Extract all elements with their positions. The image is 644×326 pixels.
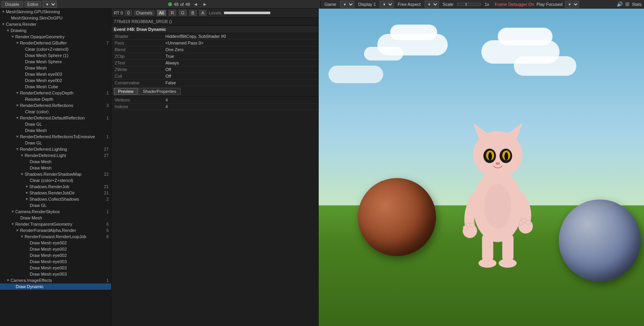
- tree-item[interactable]: Draw GL: [0, 140, 111, 146]
- svg-point-23: [526, 220, 530, 224]
- channel-a-btn[interactable]: A: [199, 10, 206, 16]
- tree-item-label: RenderDeferred.GBuffer: [20, 41, 67, 45]
- tree-item[interactable]: MeshSkinning.SkinOnGPU: [0, 15, 111, 21]
- tree-item[interactable]: ▼Shadows.CollectShadows2: [0, 196, 111, 202]
- tree-item[interactable]: ▼Camera.Render: [0, 21, 111, 27]
- tree-item[interactable]: ▼Render.OpaqueGeometry: [0, 34, 111, 40]
- prev-arrow[interactable]: ◄: [192, 2, 199, 7]
- tree-item[interactable]: ▼RenderForwardAlpha.Render6: [0, 227, 111, 233]
- tree-item[interactable]: ▼Render.TransparentGeometry6: [0, 221, 111, 227]
- tree-item-label: Draw Mesh eye002: [30, 253, 67, 258]
- tree-item[interactable]: Draw GL: [0, 202, 111, 208]
- tree-item[interactable]: Draw Mesh eye003: [0, 258, 111, 265]
- tree-item-label: Draw Mesh eye002: [30, 247, 67, 251]
- vertices-label: Vertices: [111, 97, 162, 103]
- cloud-7: [328, 66, 383, 83]
- volume-icon[interactable]: 🔊: [617, 1, 623, 7]
- tree-item[interactable]: ▼RenderDeferred.ReflectionsToEmissive1: [0, 134, 111, 140]
- tree-item[interactable]: Draw Mesh: [0, 127, 111, 134]
- tree-item[interactable]: Draw Dynamic: [0, 283, 111, 290]
- prop-row: ZClipTrue: [111, 53, 318, 60]
- disable-button[interactable]: Disable: [2, 1, 23, 7]
- tree-item[interactable]: Draw Mesh: [0, 159, 111, 165]
- next-arrow[interactable]: ►: [201, 2, 209, 7]
- levels-fill: [224, 12, 270, 14]
- tree-item[interactable]: ▼RenderDeferred.DefaultReflection1: [0, 115, 111, 121]
- triangle-icon: ▼: [20, 172, 24, 176]
- tree-item[interactable]: Draw Mesh Sphere: [0, 59, 111, 65]
- tree-item[interactable]: ▼RenderDeferred.Light27: [0, 152, 111, 159]
- channel-r-btn[interactable]: R: [169, 10, 176, 16]
- levels-label: Levels: [209, 11, 221, 15]
- triangle-icon: ▼: [25, 197, 29, 201]
- tree-item[interactable]: Draw Mesh: [0, 165, 111, 171]
- vert-table: Vertices 4 Indices 4: [111, 97, 318, 110]
- stats-label[interactable]: Stats: [632, 2, 642, 7]
- tree-item[interactable]: ▼Camera.ImageEffects1: [0, 277, 111, 283]
- tree-item[interactable]: ▼RenderDeferred.Lighting27: [0, 146, 111, 152]
- tree-item[interactable]: Draw Mesh eye003: [0, 265, 111, 271]
- tree-item-label: Camera.Render: [6, 22, 36, 27]
- prop-key: ZTest: [111, 60, 162, 66]
- scale-label: Scale: [441, 2, 455, 7]
- tree-item[interactable]: ▼RenderDeferred.CopyDepth1: [0, 90, 111, 96]
- tree-item[interactable]: Clear (color+Z+stencil): [0, 177, 111, 183]
- display-dropdown[interactable]: ▾: [380, 1, 394, 8]
- tab-preview-btn[interactable]: Preview: [114, 88, 138, 95]
- tree-item-label: Draw Mesh eye003: [30, 272, 67, 276]
- triangle-icon: ▼: [2, 22, 5, 26]
- count-badge: 2: [106, 197, 111, 201]
- triangle-icon: ▼: [25, 191, 29, 195]
- triangle-icon: ▼: [16, 91, 19, 95]
- channels-button[interactable]: Channels: [134, 11, 154, 16]
- tree-item[interactable]: Draw Mesh Cube: [0, 84, 111, 90]
- tree-item[interactable]: ▼RenderDeferred.Reflections3: [0, 102, 111, 109]
- tree-item[interactable]: ▼MeshSkinning.GPUSkinning: [0, 9, 111, 15]
- triangle-icon: ▼: [11, 35, 14, 39]
- tree-item-label: Draw Mesh Sphere: [25, 59, 62, 64]
- tree-item[interactable]: ▼Shadows.RenderShadowMap22: [0, 171, 111, 177]
- channel-b-btn[interactable]: B: [189, 10, 197, 16]
- editor-dropdown[interactable]: ▾: [43, 1, 57, 8]
- tree-item[interactable]: ▼RenderForward.RenderLoopJob6: [0, 233, 111, 240]
- triangle-icon: ▼: [16, 116, 19, 120]
- svg-point-15: [499, 258, 517, 267]
- tree-item-label: Draw Mesh eye002: [25, 78, 62, 83]
- tree-item[interactable]: ▼RenderDeferred.GBuffer7: [0, 40, 111, 46]
- prop-table: ShaderHidden/BlitCopy, SubShader #0Pass<…: [111, 33, 318, 86]
- tree-item[interactable]: ▼Drawing: [0, 27, 111, 34]
- count-badge: 1: [106, 116, 111, 120]
- channel-g-btn[interactable]: G: [179, 10, 187, 16]
- maximize-icon[interactable]: ⊞: [625, 1, 630, 7]
- tree-item[interactable]: Draw Mesh eye003: [0, 271, 111, 277]
- prop-row: CullOff: [111, 73, 318, 80]
- game-dropdown[interactable]: ▾: [340, 1, 354, 8]
- tree-item[interactable]: Draw Mesh: [0, 65, 111, 71]
- tree-item[interactable]: Resolve Depth: [0, 96, 111, 102]
- tree-item-label: Camera.RenderSkybox: [15, 209, 60, 214]
- tab-shader-props-btn[interactable]: ShaderProperties: [138, 88, 181, 95]
- tree-item[interactable]: Draw Mesh eye002: [0, 252, 111, 258]
- tree-item[interactable]: Draw Mesh eye003: [0, 71, 111, 77]
- tree-item-label: Shadows.CollectShadows: [29, 197, 79, 201]
- tree-item[interactable]: ▼Shadows.RenderJobDir21: [0, 190, 111, 196]
- tree-item[interactable]: Draw Mesh eye002: [0, 240, 111, 246]
- tree-item[interactable]: ▼Camera.RenderSkybox1: [0, 208, 111, 215]
- prop-key: Blend: [111, 46, 162, 53]
- count-badge: 6: [106, 228, 111, 233]
- tree-item[interactable]: ▼Shadows.RenderJob21: [0, 183, 111, 190]
- tree-item[interactable]: Clear (color+Z+stencil): [0, 46, 111, 52]
- tree-item[interactable]: Draw GL: [0, 121, 111, 127]
- tree-item-label: Draw Mesh: [30, 159, 52, 164]
- tree-item[interactable]: Draw Mesh eye002: [0, 77, 111, 84]
- tree-item[interactable]: Draw Mesh Sphere (1): [0, 52, 111, 59]
- tree-item[interactable]: Draw Mesh: [0, 215, 111, 221]
- channel-all-btn[interactable]: All: [157, 10, 166, 16]
- tree-item-label: Shadows.RenderJob: [29, 184, 69, 189]
- editor-button[interactable]: Editor: [25, 1, 41, 7]
- play-focused-dropdown[interactable]: ▾: [565, 1, 579, 8]
- tree-item[interactable]: Draw Mesh eye002: [0, 246, 111, 252]
- tree-item[interactable]: Clear (color): [0, 109, 111, 115]
- tree-item-label: Draw Mesh eye003: [30, 259, 67, 264]
- free-aspect-dropdown[interactable]: ▾: [425, 1, 439, 8]
